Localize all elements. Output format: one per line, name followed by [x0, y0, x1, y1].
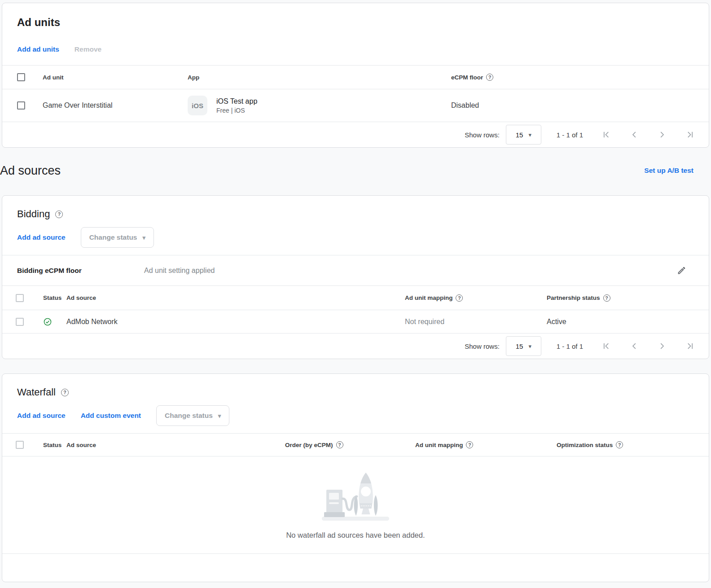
- next-page-icon: [657, 129, 667, 140]
- column-header-app: App: [188, 74, 451, 81]
- waterfall-change-status-button[interactable]: Change status ▾: [156, 405, 229, 426]
- bidding-pagination: Show rows: 15 ▾ 1 - 1 of 1: [2, 333, 709, 359]
- show-rows-label: Show rows:: [465, 131, 500, 139]
- help-icon[interactable]: ?: [616, 441, 623, 448]
- last-page-button[interactable]: [685, 341, 695, 351]
- ad-sources-section-header: Ad sources Set up A/B test: [0, 158, 711, 184]
- ad-unit-table-row[interactable]: Game Over Interstitial iOS iOS Test app …: [2, 89, 709, 122]
- ad-units-card: Ad units Add ad units Remove Ad unit App…: [2, 3, 709, 148]
- add-custom-event-button[interactable]: Add custom event: [81, 412, 141, 420]
- rocket-fuel-pump-illustration: [322, 472, 389, 522]
- bidding-table-header: Status Ad source Ad unit mapping ? Partn…: [2, 285, 709, 310]
- select-all-ad-units-checkbox[interactable]: [17, 73, 25, 81]
- help-icon[interactable]: ?: [603, 294, 610, 302]
- edit-bidding-ecpm-floor-button[interactable]: [676, 265, 687, 276]
- setup-ab-test-link[interactable]: Set up A/B test: [644, 167, 693, 175]
- help-icon[interactable]: ?: [456, 294, 463, 302]
- help-icon[interactable]: ?: [466, 441, 473, 448]
- help-icon[interactable]: ?: [55, 211, 63, 218]
- chevron-down-icon: ▾: [142, 235, 145, 241]
- app-name: iOS Test app: [216, 97, 257, 106]
- bidding-card: Bidding ? Add ad source Change status ▾ …: [2, 195, 709, 359]
- ad-units-title: Ad units: [2, 3, 709, 28]
- ad-unit-name: Game Over Interstitial: [43, 101, 188, 110]
- next-page-icon: [657, 341, 667, 351]
- waterfall-toolbar: Add ad source Add custom event Change st…: [2, 405, 709, 433]
- first-page-button[interactable]: [601, 129, 612, 140]
- chevron-down-icon: ▾: [528, 132, 531, 138]
- row-checkbox[interactable]: [16, 318, 24, 326]
- waterfall-title: Waterfall ?: [2, 374, 709, 398]
- bidding-toolbar: Add ad source Change status ▾: [2, 227, 709, 255]
- help-icon[interactable]: ?: [61, 389, 69, 396]
- select-all-bidding-checkbox[interactable]: [16, 294, 24, 302]
- first-page-icon: [601, 341, 612, 351]
- page: Ad units Add ad units Remove Ad unit App…: [0, 0, 711, 582]
- last-page-icon: [685, 129, 695, 140]
- previous-page-button[interactable]: [629, 341, 640, 351]
- ad-sources-title: Ad sources: [0, 164, 61, 178]
- app-meta: Free | iOS: [216, 106, 257, 114]
- waterfall-table-header: Status Ad source Order (by eCPM) ? Ad un…: [2, 433, 709, 456]
- bidding-ecpm-floor-label: Bidding eCPM floor: [17, 267, 144, 275]
- ad-unit-mapping-value: Not required: [405, 318, 547, 326]
- ios-app-icon: iOS: [188, 96, 207, 115]
- rows-per-page-select[interactable]: 15 ▾: [506, 336, 541, 356]
- show-rows-label: Show rows:: [465, 342, 500, 350]
- column-header-order: Order (by eCPM) ?: [285, 441, 415, 448]
- row-checkbox[interactable]: [17, 101, 25, 110]
- previous-page-icon: [629, 341, 640, 351]
- partnership-status-value: Active: [547, 318, 709, 326]
- add-ad-units-button[interactable]: Add ad units: [17, 45, 59, 53]
- first-page-icon: [601, 129, 612, 140]
- waterfall-empty-message: No waterfall ad sources have been added.: [286, 531, 425, 540]
- pagination-range: 1 - 1 of 1: [557, 131, 583, 139]
- column-header-ad-unit-mapping: Ad unit mapping ?: [415, 441, 557, 448]
- next-page-button[interactable]: [657, 341, 667, 351]
- column-header-status: Status: [36, 442, 66, 448]
- waterfall-add-ad-source-button[interactable]: Add ad source: [17, 412, 66, 420]
- column-header-status: Status: [36, 294, 66, 301]
- previous-page-button[interactable]: [629, 129, 640, 140]
- pagination-range: 1 - 1 of 1: [557, 342, 583, 350]
- select-all-waterfall-checkbox[interactable]: [16, 441, 24, 449]
- remove-button[interactable]: Remove: [75, 45, 101, 53]
- help-icon[interactable]: ?: [486, 74, 493, 81]
- ad-units-pagination: Show rows: 15 ▾ 1 - 1 of 1: [2, 122, 709, 147]
- waterfall-footer: [2, 554, 709, 582]
- last-page-icon: [685, 341, 695, 351]
- previous-page-icon: [629, 129, 640, 140]
- bidding-change-status-button[interactable]: Change status ▾: [81, 227, 154, 248]
- bidding-title: Bidding ?: [2, 196, 709, 220]
- edit-icon: [677, 266, 686, 275]
- active-status-icon: [36, 317, 66, 326]
- last-page-button[interactable]: [685, 129, 695, 140]
- first-page-button[interactable]: [601, 341, 612, 351]
- column-header-ad-unit-mapping: Ad unit mapping ?: [405, 294, 547, 302]
- ad-source-name: AdMob Network: [66, 318, 405, 326]
- waterfall-empty-state: No waterfall ad sources have been added.: [2, 456, 709, 554]
- ecpm-floor-value: Disabled: [451, 101, 709, 110]
- column-header-ecpm-floor: eCPM floor ?: [451, 74, 709, 81]
- ad-units-toolbar: Add ad units Remove: [2, 45, 709, 65]
- column-header-ad-unit: Ad unit: [43, 74, 188, 81]
- rows-per-page-select[interactable]: 15 ▾: [506, 125, 541, 145]
- ad-units-table-header: Ad unit App eCPM floor ?: [2, 65, 709, 89]
- chevron-down-icon: ▾: [218, 413, 221, 419]
- chevron-down-icon: ▾: [528, 343, 531, 349]
- column-header-ad-source: Ad source: [66, 294, 405, 301]
- column-header-partnership-status: Partnership status ?: [547, 294, 709, 302]
- bidding-table-row[interactable]: AdMob Network Not required Active: [2, 310, 709, 333]
- column-header-ad-source: Ad source: [66, 442, 285, 448]
- bidding-add-ad-source-button[interactable]: Add ad source: [17, 233, 66, 241]
- bidding-ecpm-floor-row: Bidding eCPM floor Ad unit setting appli…: [2, 255, 709, 285]
- next-page-button[interactable]: [657, 129, 667, 140]
- bidding-ecpm-floor-value: Ad unit setting applied: [144, 267, 676, 275]
- column-header-optimization-status: Optimization status ?: [557, 441, 709, 448]
- help-icon[interactable]: ?: [336, 441, 343, 448]
- waterfall-card: Waterfall ? Add ad source Add custom eve…: [2, 373, 709, 582]
